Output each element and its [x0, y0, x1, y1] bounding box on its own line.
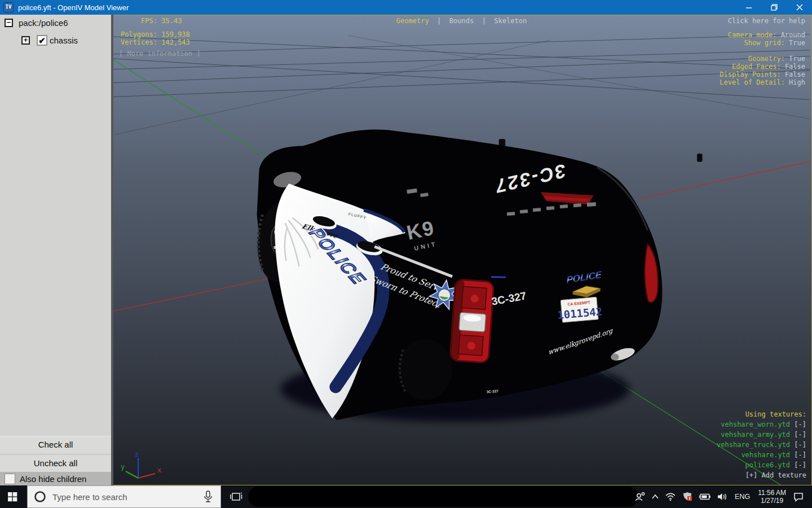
taskbar-search-input[interactable]: Type here to search	[27, 485, 221, 508]
action-center-icon	[793, 492, 804, 502]
wifi-button[interactable]	[662, 485, 679, 508]
windows-taskbar: Type here to search	[0, 485, 812, 508]
security-button[interactable]	[679, 485, 696, 508]
minimize-icon	[745, 4, 752, 11]
search-placeholder: Type here to search	[52, 492, 202, 502]
axis-x-label: x	[157, 466, 161, 474]
close-button[interactable]	[787, 0, 812, 15]
restore-icon	[771, 4, 778, 11]
bumper-number-text: 3C-327	[487, 389, 499, 393]
task-view-button[interactable]	[228, 490, 245, 503]
minimize-button[interactable]	[736, 0, 761, 15]
clock-date: 1/27/19	[758, 497, 786, 505]
uncheck-all-button[interactable]: Uncheck all	[0, 454, 111, 472]
geometry-value[interactable]: True	[789, 55, 805, 63]
check-all-button[interactable]: Check all	[0, 436, 111, 453]
wifi-icon	[665, 492, 676, 501]
mode-separator: |	[482, 17, 486, 25]
texture-row: police6.ytd [-]	[717, 460, 806, 470]
settings-overlay: Click here for help Camera mode: Around …	[720, 17, 805, 86]
texture-remove-button[interactable]: [-]	[794, 421, 806, 428]
geometry-label[interactable]: Geometry:	[748, 55, 785, 63]
show-grid-value[interactable]: True	[789, 39, 805, 47]
camera-mode-label[interactable]: Camera mode:	[728, 31, 777, 39]
expand-toggle[interactable]: +	[21, 36, 30, 45]
openiv-app-icon: IV	[3, 2, 14, 12]
texture-name[interactable]: vehshare_army.ytd	[721, 431, 790, 439]
edged-faces-label[interactable]: Edged Faces:	[732, 63, 781, 71]
model-tree-panel: − pack:/police6 + ✔ chassis Check all Un…	[0, 15, 111, 485]
chassis-checkbox[interactable]: ✔	[37, 35, 47, 46]
tray-overflow-button[interactable]	[648, 485, 662, 508]
license-plate: CA EXEMPT 1011542	[556, 296, 603, 323]
level-of-detail-label[interactable]: Level of Detail:	[720, 78, 785, 86]
more-information-link[interactable]: [ More information ]	[119, 50, 201, 58]
tab-skeleton[interactable]: Skeleton	[494, 17, 527, 25]
tree-child-label[interactable]: chassis	[50, 36, 78, 45]
battery-charging-icon	[699, 493, 711, 501]
restore-button[interactable]	[761, 0, 787, 15]
tree-root-row: − pack:/police6	[5, 18, 68, 28]
also-hide-children-checkbox[interactable]	[5, 474, 15, 484]
textures-overlay: Using textures: vehshare_worn.ytd [-] ve…	[717, 409, 806, 480]
level-of-detail-value[interactable]: High	[789, 78, 805, 86]
texture-row: vehshare_truck.ytd [-]	[717, 440, 806, 450]
vertices-label: Vertices:	[119, 38, 157, 46]
people-button[interactable]	[632, 485, 648, 508]
texture-row: vehshare_worn.ytd [-]	[717, 419, 806, 430]
texture-name[interactable]: police6.ytd	[745, 461, 790, 469]
clock-time: 11:56 AM	[758, 489, 786, 497]
shield-alert-icon	[682, 492, 693, 502]
speaker-icon	[717, 492, 728, 501]
chevron-up-icon	[651, 494, 659, 500]
redacted-taskbar-apps	[248, 487, 638, 507]
volume-button[interactable]	[714, 485, 731, 508]
rear-wheel	[398, 339, 452, 400]
add-texture-button[interactable]: [+] Add texture	[717, 470, 806, 480]
police-vehicle-model: Elk Grove POLICE POLICE FLUFFY K9 UNIT P…	[254, 130, 702, 422]
render-mode-tabs: Geometry | Bounds | Skeleton	[396, 17, 527, 25]
microphone-icon[interactable]	[202, 490, 214, 503]
model-viewport[interactable]: Elk Grove POLICE POLICE FLUFFY K9 UNIT P…	[111, 15, 812, 485]
tab-bounds[interactable]: Bounds	[449, 17, 474, 25]
texture-remove-button[interactable]: [-]	[794, 461, 806, 469]
language-indicator[interactable]: ENG	[731, 485, 754, 508]
start-button[interactable]	[6, 491, 19, 503]
tree-root-label[interactable]: pack:/police6	[19, 18, 68, 28]
camera-mode-value[interactable]: Around	[781, 31, 805, 39]
taskbar-clock[interactable]: 11:56 AM 1/27/19	[754, 489, 790, 505]
title-bar: IV police6.yft - OpenIV Model Viewer	[0, 0, 812, 15]
edged-faces-value[interactable]: False	[785, 63, 805, 71]
display-points-label[interactable]: Display Points:	[720, 71, 780, 78]
also-hide-children-label: Also hide children	[20, 474, 86, 484]
battery-button[interactable]	[696, 485, 714, 508]
grid-lines	[112, 34, 810, 135]
help-link[interactable]: Click here for help	[720, 17, 805, 25]
polygons-label: Polygons:	[119, 30, 157, 38]
texture-remove-button[interactable]: [-]	[794, 441, 806, 449]
fps-value: 35.43	[161, 17, 182, 25]
texture-remove-button[interactable]: [-]	[794, 451, 806, 459]
display-points-value[interactable]: False	[785, 71, 805, 78]
axis-y-label: y	[121, 463, 125, 471]
show-grid-label[interactable]: Show grid:	[744, 39, 785, 47]
left-taillight	[450, 279, 494, 363]
texture-name[interactable]: vehshare_truck.ytd	[717, 441, 790, 449]
panel-divider	[111, 15, 113, 485]
axis-z-label: z	[135, 450, 139, 458]
also-hide-children-row: Also hide children	[0, 472, 111, 485]
stats-overlay: FPS: 35.43 Polygons: 159,938 Vertices: 1…	[119, 17, 201, 58]
texture-row: vehshare_army.ytd [-]	[717, 430, 806, 440]
texture-name[interactable]: vehshare.ytd	[741, 451, 790, 459]
window-title: police6.yft - OpenIV Model Viewer	[18, 3, 129, 12]
polygons-value: 159,938	[161, 30, 190, 38]
texture-remove-button[interactable]: [-]	[794, 431, 806, 439]
tab-geometry[interactable]: Geometry	[396, 17, 429, 25]
cortana-icon	[33, 490, 47, 503]
texture-row: vehshare.ytd [-]	[717, 450, 806, 460]
texture-name[interactable]: vehshare_worn.ytd	[721, 421, 790, 428]
windows-logo-icon	[7, 492, 17, 502]
collapse-toggle[interactable]: −	[5, 19, 13, 27]
action-center-button[interactable]	[790, 485, 812, 508]
scene-canvas: Elk Grove POLICE POLICE FLUFFY K9 UNIT P…	[112, 15, 811, 485]
